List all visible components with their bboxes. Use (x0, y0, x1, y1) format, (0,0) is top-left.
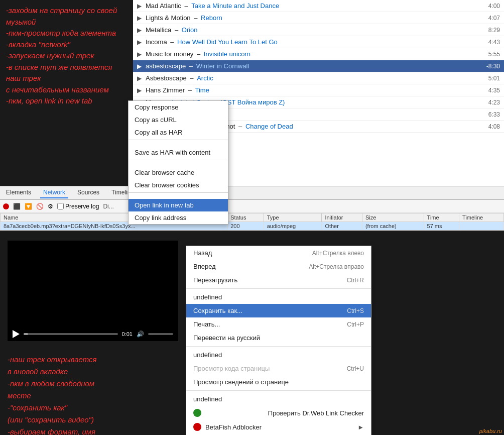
progress-fill (24, 333, 28, 335)
settings-icon[interactable]: ⚙ (48, 203, 53, 210)
menu-item-label: undefined (193, 395, 222, 403)
disable-cache-label: Di... (103, 203, 113, 210)
music-list-item[interactable]: ▶ asbestoscape – Winter in Cornwall -8:3… (133, 60, 504, 72)
context-menu-item[interactable]: Copy all as HAR (129, 126, 228, 139)
context-menu-item[interactable]: Save as HAR with content (129, 146, 228, 159)
left-instructions-panel: -заходим на страницу со своей музыкой -п… (0, 0, 133, 186)
col-header-time[interactable]: Time (424, 213, 459, 222)
time-display: 0:01 (122, 331, 133, 337)
context-menu-item-bottom[interactable]: Просмотр сведений о странице (186, 375, 371, 389)
track-duration-3: 4:43 (488, 39, 500, 46)
player-controls: 0:01 🔊 (8, 327, 178, 341)
menu-shortcut: Ctrl+S (347, 307, 364, 314)
track-name-3: Incoma – How Well Did You Learn To Let G… (146, 38, 278, 46)
menu-separator (186, 346, 371, 347)
menu-shortcut: Ctrl+U (347, 365, 364, 372)
drweb-icon (193, 409, 201, 417)
track-duration-7: 4:35 (488, 87, 500, 94)
context-menu-top: Copy responseCopy as cURLCopy all as HAR… (128, 100, 228, 225)
preserve-log-checkbox[interactable] (57, 203, 64, 209)
menu-separator (129, 192, 228, 193)
music-list-item[interactable]: ▶ Asbestoscape – Arctic 5:01 (133, 72, 504, 84)
context-menu-item-bottom[interactable]: Проверить Dr.Web Link Checker (186, 406, 371, 420)
menu-shortcut: Alt+Стрелка влево (312, 250, 364, 257)
context-menu-item-bottom[interactable]: Сохранить как...Ctrl+S (186, 304, 371, 317)
record-button[interactable] (3, 203, 9, 209)
context-menu-item-bottom[interactable]: undefined (186, 290, 371, 304)
network-bar: ⬛ 🔽 🚫 ⚙ Preserve log Di... (0, 200, 504, 213)
context-menu-item-bottom[interactable]: undefined (186, 392, 371, 406)
track-name-7: Hans Zimmer – Time (146, 86, 209, 94)
track-name-6: Asbestoscape – Arctic (146, 74, 213, 82)
context-menu-item-bottom[interactable]: ВпередAlt+Стрелка вправо (186, 260, 371, 273)
top-instructions-text: -заходим на страницу со своей музыкой -п… (6, 6, 117, 105)
progress-bar[interactable] (24, 333, 118, 335)
watermark: pikabu.ru (479, 428, 502, 434)
menu-shortcut: Ctrl+R (347, 277, 364, 284)
context-menu-item-bottom[interactable]: BetaFish Adblocker► (186, 420, 371, 434)
devtools-tab-sources[interactable]: Sources (74, 187, 102, 198)
track-duration-2: 8:29 (488, 27, 500, 34)
network-table-row[interactable]: 8a7a3cecb0eb.mp3?extra=DGENIyNB-lkfDs0Ss… (1, 222, 504, 231)
col-header-status[interactable]: Status (227, 213, 264, 222)
context-menu-item[interactable]: Copy response (129, 101, 228, 114)
context-menu-item-bottom[interactable]: Перевести на русский (186, 331, 371, 345)
context-menu-item[interactable]: Open link in new tab (129, 199, 228, 211)
video-area: 0:01 🔊 -наш трек открывается в вновой вк… (0, 231, 193, 435)
col-header-type[interactable]: Type (264, 213, 322, 222)
devtools-tab-elements[interactable]: Elements (3, 187, 34, 198)
col-header-timeline[interactable]: Timeline (459, 213, 504, 222)
context-menu-item[interactable]: Clear browser cache (129, 166, 228, 179)
track-duration-4: 5:55 (488, 51, 500, 58)
preserve-log-label[interactable]: Preserve log (57, 203, 99, 210)
music-list-item[interactable]: ▶ Hans Zimmer – Time 4:35 (133, 84, 504, 96)
track-duration-10: 4:08 (488, 123, 500, 130)
col-header-size[interactable]: Size (362, 213, 424, 222)
cell-time: 57 ms (424, 222, 459, 231)
context-menu-item[interactable]: Clear browser cookies (129, 179, 228, 191)
context-menu-item-bottom[interactable]: Просмотр кода страницыCtrl+U (186, 362, 371, 375)
context-menu-item-bottom[interactable]: undefined (186, 348, 371, 362)
play-icon-0: ▶ (137, 3, 142, 10)
preserve-log-text: Preserve log (65, 203, 99, 210)
context-menu-item[interactable] (129, 141, 228, 146)
clear-icon[interactable]: 🚫 (36, 203, 44, 210)
context-menu-item[interactable] (129, 161, 228, 166)
track-name-2: Metallica – Orion (146, 26, 198, 34)
stop-icon[interactable]: ⬛ (13, 203, 21, 210)
context-menu-item[interactable]: Copy link address (129, 211, 228, 224)
music-list-item[interactable]: ▶ Mad Atlantic – Take a Minute and Just … (133, 0, 504, 12)
menu-separator (186, 390, 371, 391)
menu-item-label: undefined (193, 351, 222, 359)
menu-item-label: Просмотр сведений о странице (193, 378, 289, 386)
music-list-item[interactable]: ▶ Lights & Motion – Reborn 4:07 (133, 12, 504, 24)
submenu-arrow: ► (357, 423, 364, 431)
devtools-tab-network[interactable]: Network (40, 187, 68, 198)
cell-timeline (459, 222, 504, 231)
filter-icon[interactable]: 🔽 (25, 203, 32, 210)
volume-icon[interactable]: 🔊 (137, 331, 144, 338)
play-icon-2: ▶ (137, 27, 142, 34)
col-header-initiator[interactable]: Initiator (322, 213, 362, 222)
bottom-instructions-text: -наш трек открывается в вновой вкладке -… (8, 354, 186, 435)
play-icon-4: ▶ (137, 51, 142, 58)
music-list-item[interactable]: ▶ Music for money – Invisible unicorn 5:… (133, 48, 504, 60)
track-name-4: Music for money – Invisible unicorn (146, 50, 250, 58)
context-menu-item-bottom[interactable]: ПерезагрузитьCtrl+R (186, 273, 371, 287)
volume-bar[interactable] (148, 333, 173, 335)
context-menu-item[interactable]: Copy as cURL (129, 114, 228, 126)
menu-item-label: undefined (193, 293, 222, 301)
video-player: 0:01 🔊 (8, 241, 178, 341)
context-menu-item-bottom[interactable]: Печать...Ctrl+P (186, 317, 371, 331)
play-button[interactable] (13, 330, 20, 338)
track-name-5: asbestoscape – Winter in Cornwall (146, 62, 249, 70)
top-section: -заходим на страницу со своей музыкой -п… (0, 0, 504, 186)
menu-shortcut: Alt+Стрелка вправо (309, 263, 364, 270)
track-duration-8: 4:23 (488, 99, 500, 106)
track-duration-6: 5:01 (488, 75, 500, 82)
context-menu-item-bottom[interactable]: НазадAlt+Стрелка влево (186, 246, 371, 260)
music-list-item[interactable]: ▶ Metallica – Orion 8:29 (133, 24, 504, 36)
menu-item-label: Перевести на русский (193, 334, 260, 342)
music-list-item[interactable]: ▶ Incoma – How Well Did You Learn To Let… (133, 36, 504, 48)
context-menu-item[interactable] (129, 194, 228, 199)
